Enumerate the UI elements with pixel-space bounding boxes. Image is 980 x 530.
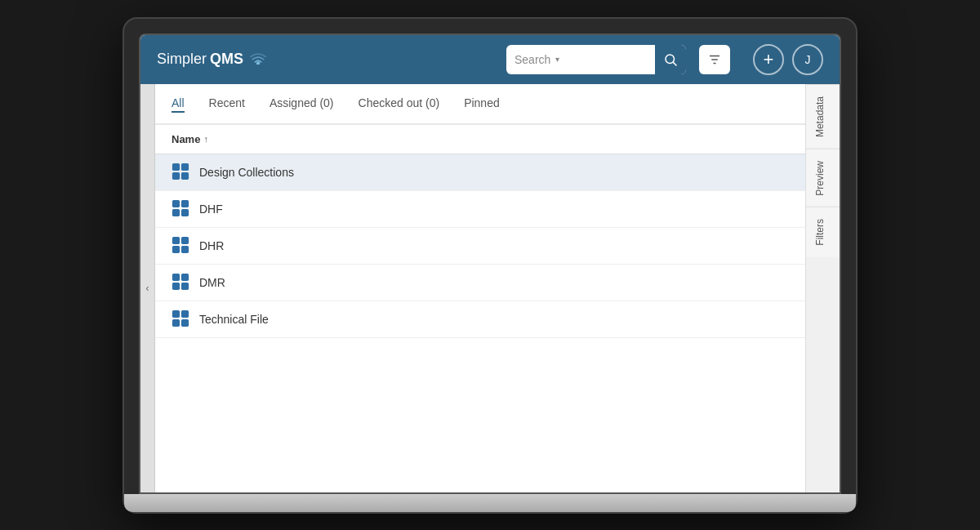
svg-rect-6 (172, 163, 180, 170)
svg-rect-23 (181, 310, 189, 317)
svg-rect-15 (181, 236, 189, 243)
svg-rect-8 (172, 171, 180, 179)
screen: SimplerQMS Search ▾ (139, 33, 841, 494)
folder-grid-icon (172, 236, 191, 256)
svg-point-1 (666, 55, 675, 64)
filters-panel-tab[interactable]: Filters (806, 207, 840, 257)
svg-rect-19 (181, 273, 189, 280)
table-row[interactable]: Design Collections (155, 154, 805, 191)
filter-button[interactable] (699, 45, 730, 74)
table-header: Name ↑ (155, 125, 805, 154)
laptop-frame: SimplerQMS Search ▾ (122, 17, 858, 514)
wifi-icon (250, 51, 266, 67)
folder-grid-icon (172, 199, 191, 219)
navbar: SimplerQMS Search ▾ (140, 35, 840, 84)
svg-rect-22 (172, 310, 180, 317)
svg-rect-13 (181, 208, 189, 216)
collapse-arrow-icon: ‹ (146, 283, 149, 294)
row-label: DHF (199, 203, 223, 216)
add-button[interactable]: + (753, 44, 784, 75)
row-label: Design Collections (199, 166, 294, 179)
svg-rect-11 (181, 199, 189, 207)
row-label: DMR (199, 276, 225, 289)
name-col-label: Name (172, 133, 200, 145)
nav-actions: + J (753, 44, 823, 75)
tab-checked-out[interactable]: Checked out (0) (359, 96, 440, 111)
row-label: Technical File (199, 313, 269, 326)
svg-rect-10 (172, 199, 180, 207)
folder-grid-icon (172, 273, 191, 292)
preview-panel-tab[interactable]: Preview (806, 149, 840, 207)
logo-text-simpler: Simpler (157, 51, 207, 68)
table-row[interactable]: DMR (155, 265, 805, 301)
svg-rect-20 (172, 282, 180, 289)
svg-rect-24 (172, 318, 180, 326)
name-column-header[interactable]: Name ↑ (172, 133, 208, 145)
tab-assigned[interactable]: Assigned (0) (270, 96, 334, 111)
table-row[interactable]: DHF (155, 191, 805, 228)
tab-all[interactable]: All (172, 96, 185, 113)
folder-grid-icon (172, 163, 191, 182)
search-input-area[interactable]: Search ▾ (506, 53, 655, 66)
folder-grid-icon (172, 310, 191, 329)
laptop-base (124, 494, 856, 512)
right-panels: Metadata Preview Filters (805, 84, 840, 492)
search-icon (663, 52, 678, 67)
svg-rect-12 (172, 208, 180, 216)
svg-rect-7 (181, 163, 189, 170)
svg-rect-17 (181, 245, 189, 252)
svg-rect-16 (172, 245, 180, 252)
search-bar[interactable]: Search ▾ (506, 45, 686, 74)
search-button[interactable] (655, 45, 686, 74)
logo-text-qms: QMS (210, 51, 243, 68)
svg-rect-18 (172, 273, 180, 280)
svg-rect-14 (172, 236, 180, 243)
filter-icon (707, 52, 722, 67)
tab-recent[interactable]: Recent (209, 96, 245, 111)
search-placeholder-text: Search (514, 53, 550, 66)
row-label: DHR (199, 239, 224, 252)
svg-point-0 (257, 62, 260, 65)
svg-rect-25 (181, 318, 189, 326)
content-panel: All Recent Assigned (0) Checked out (0) … (155, 84, 805, 492)
svg-rect-9 (181, 171, 189, 179)
tab-pinned[interactable]: Pinned (464, 96, 500, 111)
main-area: ‹ All Recent Assigned (0) Checked out (0… (140, 84, 840, 492)
table-area: Name ↑ (155, 125, 805, 492)
tabs-bar: All Recent Assigned (0) Checked out (0) … (155, 84, 805, 125)
table-row[interactable]: Technical File (155, 301, 805, 338)
app-logo: SimplerQMS (157, 51, 266, 68)
table-row[interactable]: DHR (155, 228, 805, 265)
user-button[interactable]: J (792, 44, 823, 75)
metadata-panel-tab[interactable]: Metadata (806, 84, 840, 149)
collapse-handle[interactable]: ‹ (140, 84, 155, 492)
sort-icon: ↑ (203, 134, 208, 144)
svg-rect-21 (181, 282, 189, 289)
svg-line-2 (673, 62, 676, 65)
search-chevron-icon: ▾ (555, 55, 559, 64)
